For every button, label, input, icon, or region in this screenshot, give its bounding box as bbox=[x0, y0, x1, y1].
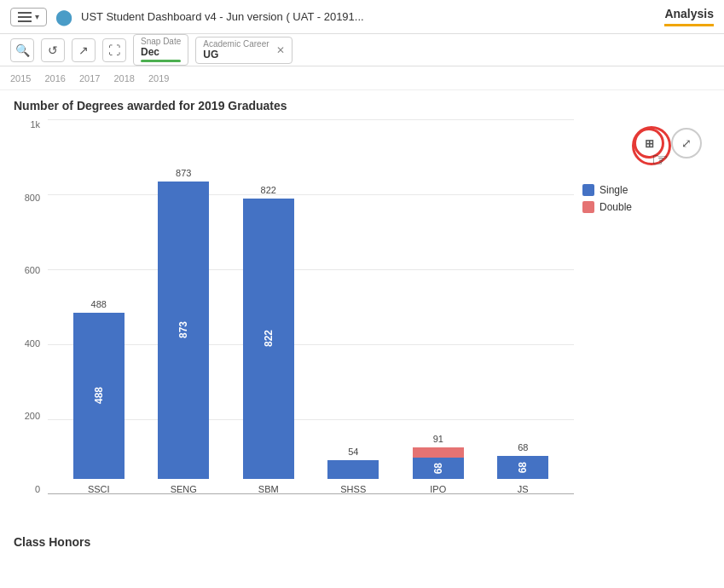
bar-single-ipo: 68 bbox=[413, 458, 464, 479]
bar-group-js: 68 68 JS bbox=[481, 442, 566, 494]
bar-group-ipo: 91 68 IPO bbox=[396, 434, 481, 494]
y-axis: 1k 800 600 400 200 0 bbox=[14, 119, 43, 494]
chart-container: 1k 800 600 400 200 0 488 bbox=[14, 119, 710, 528]
legend-item-double: Double bbox=[582, 201, 632, 213]
icon-buttons: ⊞ ☞ ⤢ bbox=[634, 128, 702, 159]
bar-inner-label-js: 68 bbox=[517, 462, 529, 473]
academic-career-value: UG bbox=[203, 49, 269, 61]
bar-single-shss bbox=[327, 460, 379, 479]
y-label-1k: 1k bbox=[30, 119, 40, 130]
y-label-0: 0 bbox=[35, 484, 40, 494]
bar-value-sbm: 822 bbox=[261, 185, 276, 195]
legend-label-double: Double bbox=[599, 201, 632, 213]
bar-value-shss: 54 bbox=[348, 447, 358, 457]
main-content: Number of Degrees awarded for 2019 Gradu… bbox=[0, 90, 724, 557]
bar-value-js: 68 bbox=[518, 442, 528, 453]
bar-inner-label-seng: 873 bbox=[177, 321, 189, 338]
bar-single-sbm: 822 bbox=[243, 199, 294, 479]
bar-xlabel-js: JS bbox=[518, 484, 529, 494]
bar-single-js: 68 bbox=[497, 456, 548, 479]
y-label-800: 800 bbox=[25, 193, 40, 203]
filter-icon-button[interactable]: ⊞ ☞ bbox=[634, 128, 664, 159]
chart-area: 1k 800 600 400 200 0 488 bbox=[14, 119, 574, 528]
chart-title: Number of Degrees awarded for 2019 Gradu… bbox=[14, 99, 710, 112]
legend-item-single: Single bbox=[582, 184, 632, 196]
snap-date-value: Dec bbox=[141, 46, 181, 58]
expand-icon: ⤢ bbox=[681, 136, 692, 150]
date-tab-2015[interactable]: 2015 bbox=[10, 73, 31, 84]
legend-color-double bbox=[582, 201, 594, 213]
bar-double-ipo bbox=[413, 447, 464, 458]
bar-stack-ssci: 488 bbox=[73, 313, 125, 479]
bars-area: 488 488 SSCI 873 873 bbox=[48, 119, 574, 494]
snap-date-label: Snap Date bbox=[141, 37, 181, 46]
academic-career-filter[interactable]: Academic Career UG ✕ bbox=[195, 37, 292, 64]
bar-stack-sbm: 822 bbox=[243, 199, 294, 479]
chevron-down-icon: ▾ bbox=[35, 12, 39, 21]
date-tabs: 2015 2016 2017 2018 2019 bbox=[0, 66, 724, 90]
bar-group-sbm: 822 822 SBM bbox=[226, 185, 311, 494]
bar-value-seng: 873 bbox=[176, 168, 191, 178]
bar-stack-ipo: 68 bbox=[413, 447, 464, 479]
close-icon[interactable]: ✕ bbox=[276, 44, 285, 56]
bar-group-shss: 54 SHSS bbox=[311, 447, 397, 494]
share-icon[interactable]: ↗ bbox=[72, 38, 96, 62]
header: ▾ ⬤ UST Student Dashboard v4 - Jun versi… bbox=[0, 0, 724, 34]
right-panel: ⊞ ☞ ⤢ Single Double bbox=[574, 119, 710, 528]
bar-xlabel-sbm: SBM bbox=[258, 484, 279, 494]
legend-label-single: Single bbox=[599, 184, 628, 196]
search-icon[interactable]: 🔍 bbox=[10, 38, 34, 62]
bar-inner-label-sbm: 822 bbox=[263, 330, 275, 347]
bar-single-ssci: 488 bbox=[73, 313, 125, 479]
analysis-tab[interactable]: Analysis bbox=[664, 7, 714, 26]
bar-xlabel-ssci: SSCI bbox=[88, 484, 110, 494]
filter-icon: ⊞ bbox=[645, 137, 653, 150]
legend: Single Double bbox=[582, 184, 632, 213]
bar-group-seng: 873 873 SENG bbox=[142, 168, 227, 494]
expand-icon-button[interactable]: ⤢ bbox=[671, 128, 702, 159]
cursor-icon: ☞ bbox=[652, 149, 669, 171]
class-honors-title: Class Honors bbox=[14, 535, 710, 549]
y-label-400: 400 bbox=[25, 338, 40, 349]
date-tab-2019[interactable]: 2019 bbox=[148, 73, 169, 84]
bar-inner-label-ssci: 488 bbox=[93, 387, 105, 404]
date-tab-2016[interactable]: 2016 bbox=[44, 73, 65, 84]
menu-button[interactable]: ▾ bbox=[10, 8, 47, 26]
legend-color-single bbox=[582, 184, 594, 196]
hamburger-icon bbox=[18, 12, 32, 22]
y-label-600: 600 bbox=[25, 265, 40, 275]
bar-group-ssci: 488 488 SSCI bbox=[56, 299, 142, 494]
bar-value-ipo: 91 bbox=[433, 434, 443, 444]
page-title: UST Student Dashboard v4 - Jun version (… bbox=[81, 10, 364, 23]
bar-xlabel-seng: SENG bbox=[171, 484, 197, 494]
date-tab-2018[interactable]: 2018 bbox=[113, 73, 134, 84]
date-tab-2017[interactable]: 2017 bbox=[79, 73, 100, 84]
y-label-200: 200 bbox=[25, 411, 40, 421]
academic-career-label: Academic Career bbox=[203, 40, 269, 49]
filter-bar-indicator bbox=[141, 60, 181, 62]
bar-stack-js: 68 bbox=[497, 456, 548, 479]
toolbar: 🔍 ↺ ↗ ⛶ Snap Date Dec Academic Career UG… bbox=[0, 34, 724, 66]
header-left: ▾ ⬤ UST Student Dashboard v4 - Jun versi… bbox=[10, 8, 364, 26]
bar-xlabel-shss: SHSS bbox=[340, 484, 366, 494]
refresh-icon[interactable]: ↺ bbox=[41, 38, 65, 62]
bar-stack-seng: 873 bbox=[158, 182, 209, 479]
bar-value-ssci: 488 bbox=[91, 299, 107, 309]
dashboard-icon: ⬤ bbox=[55, 8, 72, 26]
bar-single-seng: 873 bbox=[158, 182, 209, 479]
bar-xlabel-ipo: IPO bbox=[430, 484, 446, 494]
expand-icon[interactable]: ⛶ bbox=[102, 38, 126, 62]
bar-stack-shss bbox=[327, 460, 379, 479]
snap-date-filter[interactable]: Snap Date Dec bbox=[133, 34, 188, 66]
bar-inner-label-ipo: 68 bbox=[432, 463, 444, 474]
